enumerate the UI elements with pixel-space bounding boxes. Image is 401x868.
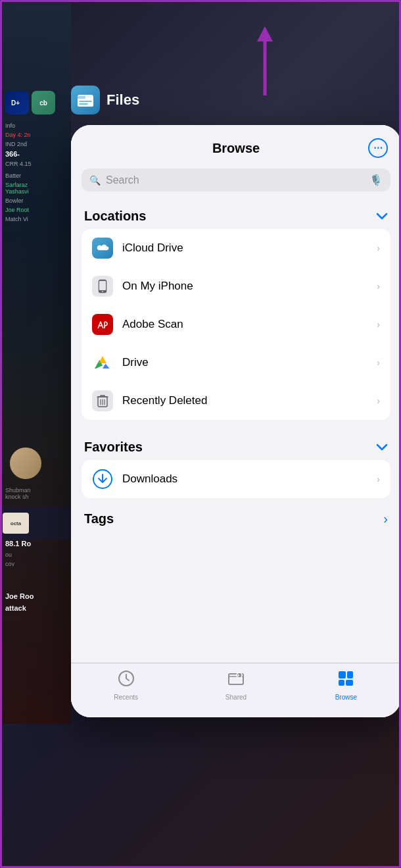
files-app-title: Files (106, 91, 139, 109)
player2-label: Yashasvi (0, 188, 71, 195)
favorites-chevron (376, 442, 388, 453)
downloads-label: Downloads (122, 472, 377, 486)
browse-panel: Browse ⋯ 🔍 Search 🎙️ Locations (71, 125, 401, 717)
microphone-icon[interactable]: 🎙️ (369, 174, 383, 186)
download-icon (92, 469, 113, 490)
adobe-icon (92, 314, 113, 335)
svg-text:D+: D+ (11, 99, 20, 107)
iphone-label: On My iPhone (122, 280, 377, 293)
google-drive-icon (92, 352, 113, 373)
drive-label: Drive (122, 356, 377, 369)
score-label: 366- (0, 150, 71, 158)
svg-marker-2 (257, 26, 273, 41)
list-item-adobe[interactable]: Adobe Scan › (82, 305, 390, 344)
joeroot-label: Joe Roo (5, 592, 34, 600)
cov-label: cov (5, 561, 14, 567)
iphone-icon (92, 276, 113, 297)
cb-app-icon: cb (32, 91, 55, 115)
browse-tab-label: Browse (335, 694, 357, 701)
day4-label: Day 4: 2n (0, 132, 71, 138)
bowler-name: Joe Root (0, 207, 71, 213)
locations-section: Locations (71, 199, 401, 420)
svg-rect-5 (78, 96, 85, 99)
icloud-icon (92, 238, 113, 259)
svg-rect-7 (99, 281, 106, 290)
svg-rect-19 (347, 671, 353, 678)
favorites-header[interactable]: Favorites (71, 430, 401, 460)
favorites-list: Downloads › (82, 460, 390, 498)
scroll-content: Locations (71, 199, 401, 717)
tags-chevron: › (383, 511, 388, 526)
tab-recents[interactable]: Recents (71, 670, 181, 701)
info-label: Info (0, 120, 71, 132)
svg-point-8 (102, 291, 103, 292)
tags-section: Tags › (71, 501, 401, 537)
favorites-title: Favorites (84, 440, 143, 455)
acta-banner: octa (0, 507, 71, 540)
match-label: Match Vi (0, 213, 71, 225)
shared-label: Shared (225, 694, 247, 701)
ind-label: IND 2nd (0, 138, 71, 150)
tags-row[interactable]: Tags › (71, 501, 401, 537)
icloud-chevron: › (377, 243, 380, 253)
player1-label: Sarfaraz (0, 182, 71, 188)
batter-label: Batter (0, 170, 71, 182)
list-item-downloads[interactable]: Downloads › (82, 460, 390, 498)
list-item-recently-deleted[interactable]: Recently Deleted › (82, 382, 390, 420)
locations-chevron (376, 211, 388, 222)
list-item-drive[interactable]: Drive › (82, 344, 390, 382)
score2-label: 88.1 Ro (5, 540, 31, 548)
locations-title: Locations (84, 209, 146, 224)
icloud-label: iCloud Drive (122, 242, 377, 255)
recently-deleted-chevron: › (377, 396, 380, 406)
shared-icon: + (227, 670, 245, 691)
search-bar[interactable]: 🔍 Search 🎙️ (82, 168, 390, 191)
downloads-chevron: › (377, 474, 380, 484)
recently-deleted-label: Recently Deleted (122, 394, 377, 407)
search-icon: 🔍 (89, 175, 101, 186)
search-input[interactable]: Search (106, 174, 364, 186)
arrow-indicator (252, 23, 278, 102)
svg-rect-20 (339, 680, 344, 686)
bg-left-content: D+ cb Info Day 4: 2n IND 2nd 366- CRR 4.… (0, 0, 71, 724)
person-thumbnail (10, 447, 41, 479)
shubman-label: Shubmanknock sh (5, 487, 31, 500)
disney-app-icon: D+ (5, 91, 29, 115)
menu-dots-icon: ⋯ (373, 143, 383, 153)
files-app-panel: Browse ⋯ 🔍 Search 🎙️ Locations (71, 125, 401, 717)
browse-header: Browse ⋯ (71, 125, 401, 165)
svg-text:+: + (237, 673, 239, 678)
tags-title: Tags (84, 511, 114, 526)
bowler-label: Bowler (0, 195, 71, 207)
browse-title: Browse (104, 141, 368, 156)
files-app-icon (71, 86, 100, 115)
out-label: ou (5, 551, 12, 558)
locations-header[interactable]: Locations (71, 199, 401, 229)
attack-label: attack (5, 604, 26, 612)
list-item-iphone[interactable]: On My iPhone › (82, 267, 390, 305)
recents-label: Recents (114, 694, 138, 701)
recents-icon (118, 670, 135, 691)
adobe-label: Adobe Scan (122, 318, 377, 331)
tab-browse[interactable]: Browse (291, 670, 401, 701)
tab-shared[interactable]: + Shared (181, 670, 291, 701)
trash-icon (92, 390, 113, 411)
adobe-chevron: › (377, 319, 380, 330)
locations-list: iCloud Drive › On My iPhone (82, 229, 390, 420)
list-item-icloud[interactable]: iCloud Drive › (82, 229, 390, 267)
favorites-section: Favorites (71, 430, 401, 498)
crr-label: CRR 4.15 (0, 158, 71, 170)
browse-icon (337, 670, 354, 691)
svg-rect-4 (78, 97, 93, 107)
files-titlebar: Files (71, 86, 139, 115)
svg-rect-18 (339, 671, 346, 678)
iphone-chevron: › (377, 281, 380, 292)
browse-menu-button[interactable]: ⋯ (368, 138, 388, 158)
svg-rect-21 (346, 680, 353, 686)
drive-chevron: › (377, 357, 380, 368)
tab-bar: Recents + Shared (71, 663, 401, 717)
